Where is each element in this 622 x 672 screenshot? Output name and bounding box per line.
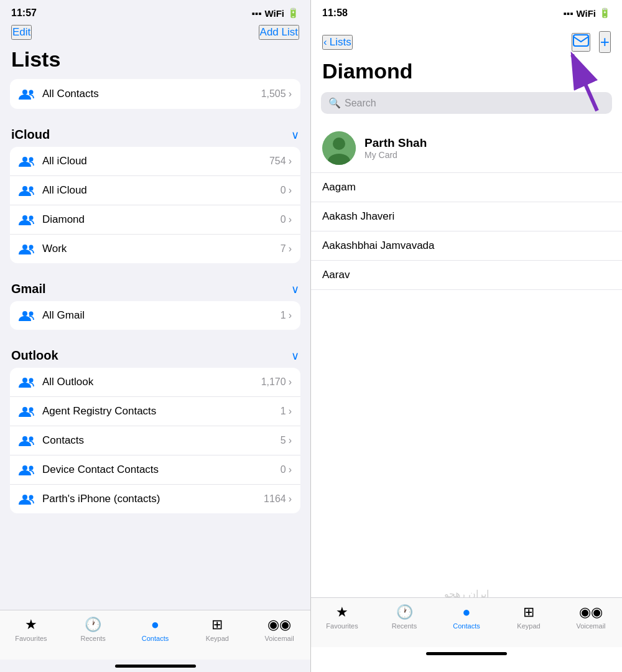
group-item-label: All iCloud: [42, 184, 87, 197]
add-list-button[interactable]: Add List: [259, 25, 299, 40]
list-item[interactable]: All Outlook 1,170 ›: [10, 368, 300, 397]
back-label: Lists: [330, 36, 351, 49]
group-item-label: All Outlook: [42, 376, 93, 388]
chevron-right-icon: ›: [289, 435, 292, 446]
group-item-count: 1: [281, 310, 286, 321]
signal-icon: ▪▪▪: [252, 8, 262, 19]
group-item-count: 5: [281, 435, 286, 446]
group-item-count: 0: [281, 464, 286, 475]
clock-icon: 🕐: [396, 604, 413, 620]
svg-point-11: [29, 312, 34, 316]
right-panel: 11:58 ▪▪▪ WiFi 🔋 ‹ Lists +: [311, 0, 622, 672]
svg-point-14: [22, 407, 27, 412]
people-icon: [19, 214, 36, 225]
icloud-chevron-icon[interactable]: ∨: [291, 128, 299, 142]
svg-point-16: [22, 436, 27, 441]
battery-icon: 🔋: [287, 7, 299, 19]
tab-voicemail[interactable]: ◉◉ Voicemail: [248, 617, 310, 642]
svg-point-24: [333, 138, 345, 150]
people-icon: [19, 156, 36, 167]
chevron-right-icon: ›: [289, 243, 292, 254]
tab-keypad-label: Keypad: [206, 635, 229, 642]
tab-contacts[interactable]: ● Contacts: [124, 617, 187, 642]
tab-recents[interactable]: 🕐 Recents: [62, 617, 124, 642]
battery-icon: 🔋: [599, 7, 611, 19]
search-bar[interactable]: 🔍 Search: [321, 92, 612, 114]
svg-point-19: [29, 466, 34, 470]
tab-favourites[interactable]: ★ Favourites: [311, 604, 373, 630]
list-item[interactable]: All iCloud 0 ›: [10, 176, 300, 205]
svg-point-9: [29, 245, 34, 250]
people-icon: [19, 88, 36, 100]
group-item-label: Contacts: [42, 434, 84, 447]
contact-item[interactable]: Aakash Jhaveri: [311, 202, 622, 231]
search-placeholder: Search: [345, 98, 376, 109]
svg-point-13: [29, 378, 34, 383]
list-item[interactable]: Parth's iPhone (contacts) 1164 ›: [10, 485, 300, 513]
chevron-right-icon: ›: [289, 214, 292, 225]
voicemail-icon: ◉◉: [267, 617, 291, 633]
contacts-icon: ●: [462, 604, 470, 620]
tab-favourites[interactable]: ★ Favourites: [0, 617, 62, 642]
svg-point-3: [29, 157, 34, 162]
group-item-label: Parth's iPhone (contacts): [42, 493, 160, 505]
outlook-title: Outlook: [11, 348, 58, 363]
list-item[interactable]: Work 7 ›: [10, 235, 300, 263]
list-item[interactable]: Device Contact Contacts 0 ›: [10, 455, 300, 485]
group-item-label: All iCloud: [42, 155, 87, 167]
all-contacts-item[interactable]: All Contacts 1,505 ›: [10, 79, 300, 109]
group-item-count: 0: [281, 214, 286, 225]
chevron-right-icon: ›: [289, 88, 292, 100]
star-icon: ★: [25, 617, 37, 633]
people-icon: [19, 406, 36, 417]
clock-icon: 🕐: [85, 617, 101, 633]
tab-voicemail[interactable]: ◉◉ Voicemail: [560, 604, 622, 630]
tab-keypad[interactable]: ⊞ Keypad: [186, 617, 248, 642]
list-item[interactable]: All Gmail 1 ›: [10, 301, 300, 330]
tab-recents[interactable]: 🕐 Recents: [373, 604, 435, 630]
list-item[interactable]: Contacts 5 ›: [10, 426, 300, 455]
contact-item[interactable]: Aakashbhai Jamvavada: [311, 231, 622, 261]
chevron-right-icon: ›: [289, 156, 292, 167]
contact-item[interactable]: Aagam: [311, 173, 622, 202]
group-item-count: 0: [281, 185, 286, 196]
group-item-count: 1,170: [261, 376, 286, 388]
add-contact-button[interactable]: +: [599, 31, 611, 53]
search-icon: 🔍: [328, 97, 341, 109]
svg-point-0: [22, 90, 27, 95]
right-page-title: Diamond: [311, 57, 622, 92]
edit-button[interactable]: Edit: [11, 25, 32, 40]
list-item[interactable]: Diamond 0 ›: [10, 205, 300, 235]
keypad-icon: ⊞: [211, 617, 223, 633]
chevron-right-icon: ›: [289, 406, 292, 417]
voicemail-icon: ◉◉: [579, 604, 603, 620]
svg-point-8: [22, 245, 27, 250]
my-card[interactable]: Parth Shah My Card: [311, 124, 622, 173]
gmail-chevron-icon[interactable]: ∨: [291, 282, 299, 296]
contact-item[interactable]: Aarav: [311, 261, 622, 290]
people-icon: [19, 185, 36, 196]
tab-label: Voicemail: [576, 622, 605, 630]
group-item-label: Work: [42, 243, 67, 255]
list-item[interactable]: Agent Registry Contacts 1 ›: [10, 397, 300, 426]
chevron-right-icon: ›: [289, 464, 292, 475]
right-status-bar: 11:58 ▪▪▪ WiFi 🔋: [311, 0, 622, 22]
tab-keypad[interactable]: ⊞ Keypad: [498, 604, 560, 630]
tab-label: Recents: [392, 622, 417, 630]
email-button[interactable]: [572, 33, 590, 52]
chevron-right-icon: ›: [289, 185, 292, 196]
gmail-section-header: Gmail ∨: [0, 276, 310, 301]
tab-contacts[interactable]: ● Contacts: [435, 604, 498, 630]
wifi-icon: WiFi: [576, 8, 596, 19]
right-status-icons: ▪▪▪ WiFi 🔋: [564, 7, 611, 19]
signal-icon: ▪▪▪: [564, 8, 573, 19]
left-panel: 11:57 ▪▪▪ WiFi 🔋 Edit Add List Lists: [0, 0, 311, 672]
back-button[interactable]: ‹ Lists: [322, 35, 353, 50]
svg-point-12: [22, 378, 27, 383]
group-item-count: 1: [281, 406, 286, 417]
left-nav-bar: Edit Add List: [0, 22, 310, 45]
svg-point-1: [29, 90, 34, 95]
svg-point-6: [22, 215, 27, 220]
list-item[interactable]: All iCloud 754 ›: [10, 147, 300, 176]
outlook-chevron-icon[interactable]: ∨: [291, 349, 299, 363]
